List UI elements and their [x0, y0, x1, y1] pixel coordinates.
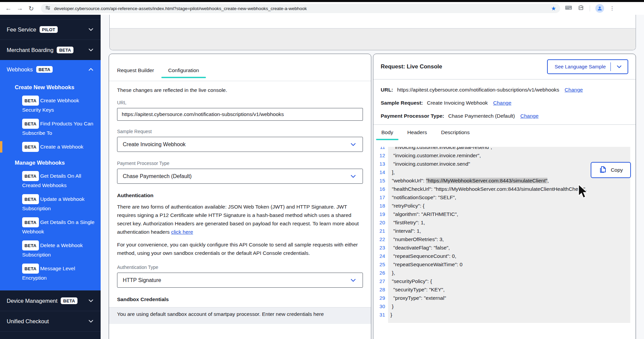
- sidebar-item-label: Create a Webhook: [40, 144, 84, 150]
- sidebar-item-webhooks[interactable]: Webhooks BETA: [0, 60, 101, 79]
- line-number: 28: [376, 285, 388, 294]
- meta-row-sample-request: Sample Request:Create Invoicing WebhookC…: [381, 100, 628, 106]
- line-number: 17: [376, 193, 388, 202]
- copy-button[interactable]: Copy: [591, 162, 631, 178]
- console-title: Request: Live Console: [381, 63, 442, 70]
- line-number: 12: [376, 151, 388, 160]
- sidebar-item-delete-a-webhook-subscription[interactable]: BETADelete a Webhook Subscription: [0, 238, 101, 261]
- group-header-manage-webhooks: Manage Webhooks: [0, 154, 101, 169]
- sidebar-item-account-updater[interactable]: Account Updater: [0, 331, 101, 339]
- sidebar-item-message-level-encryption[interactable]: BETAMessage Level Encryption: [0, 261, 101, 284]
- click-here-link[interactable]: click here: [171, 229, 193, 235]
- code-line-17: 17 "notificationScope": "SELF",: [376, 193, 630, 202]
- meta-label: Payment Processor Type:: [381, 113, 444, 119]
- line-number: 20: [376, 218, 388, 227]
- button-divider: [610, 62, 611, 71]
- sidebar-item-device-management[interactable]: Device ManagementBETA: [0, 290, 101, 311]
- sidebar-item-update-a-webhook-subscription[interactable]: BETAUpdate a Webhook Subscription: [0, 192, 101, 215]
- tab-request-builder[interactable]: Request Builder: [117, 67, 154, 78]
- auth-type-label: Authentication Type: [117, 265, 363, 270]
- sidebar-item-create-webhook-security-keys[interactable]: BETACreate Webhook Security Keys: [0, 93, 101, 116]
- bookmark-star-icon[interactable]: ★: [551, 5, 556, 12]
- profile-avatar[interactable]: [595, 4, 604, 13]
- sidebar-item-label: Webhooks: [7, 66, 33, 73]
- meta-row-payment-processor-type: Payment Processor Type:Chase Paymentech …: [381, 113, 628, 119]
- copy-icon: [599, 165, 607, 175]
- line-number: 31: [376, 310, 388, 319]
- previous-section-card: [109, 15, 636, 50]
- request-builder-panel: Request BuilderConfiguration These chang…: [109, 54, 371, 339]
- payment-processor-select[interactable]: Chase Paymentech (Default): [117, 169, 363, 184]
- menu-kebab-icon[interactable]: ⋮: [609, 7, 615, 9]
- authentication-paragraph-1: There are two forms of authentication av…: [117, 203, 363, 236]
- beta-badge: BETA: [22, 142, 39, 152]
- authentication-paragraph-2: For your convenience, you can quickly co…: [117, 240, 363, 257]
- sample-request-value: Create Invoicing Webhook: [123, 142, 185, 148]
- sidebar-item-get-details-on-a-single-webhook[interactable]: BETAGet Details On a Single Webhook: [0, 215, 101, 238]
- chevron-down-icon: [87, 26, 95, 33]
- back-icon[interactable]: ←: [3, 5, 14, 12]
- selected-text: "https://MyWebhookServer.com:8443/simula…: [426, 178, 547, 183]
- code-line-12: 12 "invoicing.customer.invoice.reminder"…: [376, 151, 630, 160]
- line-number: 23: [376, 243, 388, 252]
- line-number: 27: [376, 277, 388, 285]
- code-line-25: 25 "repeatSequenceWaitTime": 0: [376, 260, 630, 269]
- beta-badge: BETA: [22, 119, 39, 129]
- beta-badge: BETA: [36, 66, 53, 73]
- chevron-down-icon: [349, 172, 357, 180]
- code-line-19: 19 "algorithm": "ARITHMETIC",: [376, 210, 630, 218]
- extensions-icon[interactable]: [578, 4, 584, 12]
- sidebar-item-merchant-boarding[interactable]: Merchant BoardingBETA: [0, 40, 101, 60]
- change-link[interactable]: Change: [493, 100, 511, 106]
- line-number: 14: [376, 168, 388, 176]
- sidebar-item-unified-checkout[interactable]: Unified Checkout: [0, 311, 101, 331]
- url-field-label: URL: [117, 100, 363, 105]
- sidebar-item-find-products-you-can-subscribe-to[interactable]: BETAFind Products You Can Subscribe To: [0, 116, 101, 139]
- see-language-sample-label: See Language Sample: [554, 64, 606, 69]
- change-link[interactable]: Change: [520, 113, 538, 119]
- sandbox-credentials-heading: Sandbox Credentials: [117, 296, 363, 302]
- line-number: 16: [376, 185, 388, 193]
- sidebar-item-create-a-webhook[interactable]: BETACreate a Webhook: [0, 139, 101, 154]
- processor-label: Payment Processor Type: [117, 161, 363, 166]
- beta-badge: BETA: [22, 240, 39, 250]
- line-number: 26: [376, 269, 388, 277]
- url-bar[interactable]: developer.cybersource.com/api-reference-…: [41, 4, 560, 13]
- url-text: developer.cybersource.com/api-reference-…: [54, 6, 548, 11]
- tab-body[interactable]: Body: [381, 129, 393, 140]
- meta-value: https://apitest.cybersource.com/notifica…: [397, 87, 559, 93]
- code-line-20: 20 "firstRetry": 1,: [376, 218, 630, 227]
- change-link[interactable]: Change: [565, 87, 583, 93]
- sidebar-item-label: Unified Checkout: [7, 318, 49, 325]
- sample-request-select[interactable]: Create Invoicing Webhook: [117, 137, 363, 152]
- beta-badge: BETA: [22, 171, 39, 181]
- page-content: Request BuilderConfiguration These chang…: [101, 15, 644, 339]
- code-line-29: 29 "proxyType": "external": [376, 294, 630, 302]
- sidebar-item-label: Merchant Boarding: [7, 47, 53, 53]
- forward-icon[interactable]: →: [14, 5, 25, 12]
- chevron-down-icon: [87, 297, 95, 304]
- keyboard-icon[interactable]: [565, 5, 572, 12]
- sidebar-item-label: Fee Service: [7, 26, 36, 33]
- see-language-sample-button[interactable]: See Language Sample: [547, 59, 628, 74]
- sidebar-item-get-details-on-all-created-webhooks[interactable]: BETAGet Details On All Created Webhooks: [0, 169, 101, 192]
- reload-icon[interactable]: ↻: [25, 5, 37, 12]
- authentication-type-select[interactable]: HTTP Signature: [117, 273, 363, 288]
- line-number: 30: [376, 302, 388, 310]
- browser-chrome: ← → ↻ developer.cybersource.com/api-refe…: [0, 2, 644, 15]
- meta-value: Chase Paymentech (Default): [448, 113, 515, 119]
- beta-badge: BETA: [22, 264, 39, 274]
- line-number: 11: [376, 147, 388, 151]
- beta-badge: BETA: [22, 194, 39, 204]
- tab-descriptions[interactable]: Descriptions: [441, 129, 470, 140]
- line-number: 29: [376, 294, 388, 302]
- sidebar-item-fee-service[interactable]: Fee ServicePILOT: [0, 19, 101, 40]
- url-input[interactable]: https://apitest.cybersource.com/notifica…: [117, 108, 363, 121]
- meta-label: Sample Request:: [381, 100, 423, 106]
- beta-badge: BETA: [22, 96, 39, 106]
- tab-headers[interactable]: Headers: [407, 129, 427, 140]
- code-line-27: 27 "securityPolicy": {: [376, 277, 630, 285]
- code-line-24: 24 "repeatSequenceCount": 0,: [376, 252, 630, 260]
- site-info-icon[interactable]: [45, 5, 51, 12]
- tab-configuration[interactable]: Configuration: [168, 67, 199, 78]
